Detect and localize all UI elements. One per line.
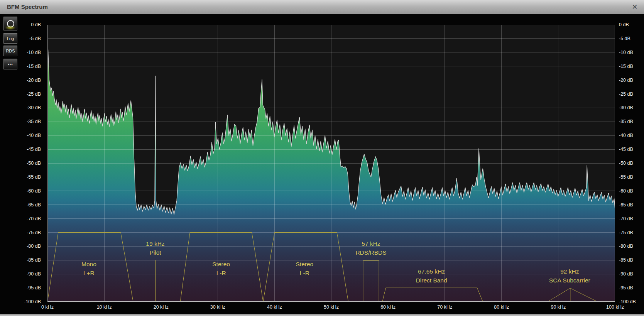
window-bottom-edge: [0, 314, 644, 316]
annotation-label-rds-band: 57 kHz: [362, 240, 380, 247]
x-axis-tick: 0 kHz: [41, 304, 54, 310]
y-axis-tick-left: -45 dB: [3, 147, 41, 152]
y-axis-tick-right: -35 dB: [619, 119, 633, 124]
x-axis-tick: 50 kHz: [324, 304, 339, 310]
y-axis-tick-left: -85 dB: [3, 257, 41, 263]
y-axis-tick-right: -80 dB: [619, 243, 633, 249]
y-axis-tick-left: -50 dB: [3, 161, 41, 166]
annotation-label-stereo-band-1: L-R: [216, 270, 226, 276]
x-axis-tick: 20 kHz: [154, 304, 169, 310]
close-icon[interactable]: ✕: [629, 0, 640, 14]
spectrum-plot: MonoL+R19 kHzPilotStereoL-RStereoL-R57 k…: [47, 25, 615, 302]
more-options-button[interactable]: •••: [3, 59, 17, 69]
y-axis-tick-left: -80 dB: [3, 243, 41, 249]
annotation-label-stereo-band-2: L-R: [300, 270, 309, 276]
y-axis-tick-left: -65 dB: [3, 202, 41, 208]
y-axis-tick-left: -55 dB: [3, 174, 41, 180]
annotation-label-direct-band: 67.65 kHz: [418, 268, 445, 275]
y-axis-tick-left: -35 dB: [3, 119, 41, 124]
scope-indicator-button[interactable]: [3, 17, 17, 30]
y-axis-tick-right: -45 dB: [619, 147, 633, 152]
annotation-label-direct-band: Direct Band: [416, 277, 447, 284]
y-axis-tick-right: -60 dB: [619, 188, 633, 194]
y-axis-tick-right: -95 dB: [619, 285, 633, 291]
y-axis-tick-right: -30 dB: [619, 105, 633, 110]
y-axis-tick-left: -25 dB: [3, 91, 41, 97]
y-axis-tick-right: -55 dB: [619, 174, 633, 180]
annotation-label-stereo-band-1: Stereo: [212, 261, 230, 267]
y-axis-tick-right: -90 dB: [619, 271, 633, 277]
x-axis-tick: 80 kHz: [494, 304, 509, 310]
y-axis-tick-left: -20 dB: [3, 78, 41, 83]
y-axis-tick-left: -60 dB: [3, 188, 41, 194]
y-axis-tick-right: -70 dB: [619, 216, 633, 221]
y-axis-tick-right: -5 dB: [619, 36, 630, 41]
annotation-label-sca-subcarrier: 92 kHz: [560, 268, 579, 275]
annotation-label-mono-band: Mono: [81, 261, 96, 267]
y-axis-tick-right: -50 dB: [619, 161, 633, 166]
window-title: BFM Spectrum: [7, 0, 48, 14]
x-axis-tick: 10 kHz: [97, 304, 112, 310]
x-axis-tick: 70 kHz: [437, 304, 452, 310]
y-axis-tick-left: -70 dB: [3, 216, 41, 221]
x-axis-tick: 40 kHz: [267, 304, 282, 310]
y-axis-tick-left: -40 dB: [3, 133, 41, 138]
x-axis-tick: 60 kHz: [380, 304, 396, 310]
y-axis-tick-right: -40 dB: [619, 133, 633, 138]
x-axis-tick: 90 kHz: [551, 304, 566, 310]
y-axis-tick-left: -30 dB: [3, 105, 41, 110]
annotation-label-pilot: Pilot: [149, 249, 161, 256]
rds-button[interactable]: RDS: [3, 46, 17, 56]
y-axis-tick-right: -25 dB: [619, 91, 633, 97]
x-axis-tick: 100 kHz: [606, 304, 624, 310]
y-axis-tick-right: -75 dB: [619, 230, 633, 235]
y-axis-tick-left: -100 dB: [3, 299, 41, 304]
y-axis-tick-right: -85 dB: [619, 257, 633, 263]
bfm-spectrum-window: BFM Spectrum ✕ Log RDS ••• MonoL+R19 kHz…: [0, 0, 644, 316]
y-axis-tick-left: -95 dB: [3, 285, 41, 291]
annotation-label-mono-band: L+R: [83, 270, 95, 276]
y-axis-tick-right: -15 dB: [619, 64, 633, 69]
annotation-label-stereo-band-2: Stereo: [296, 261, 314, 267]
y-axis-tick-right: -65 dB: [619, 202, 633, 208]
y-axis-tick-right: 0 dB: [619, 22, 629, 27]
x-axis-tick: 30 kHz: [210, 304, 225, 310]
y-axis-tick-right: -20 dB: [619, 78, 633, 83]
y-axis-tick-right: -100 dB: [619, 299, 636, 304]
annotation-label-rds-band: RDS/RBDS: [355, 249, 386, 256]
y-axis-tick-left: -75 dB: [3, 230, 41, 235]
y-axis-tick-right: -10 dB: [619, 50, 633, 55]
y-axis-tick-left: -90 dB: [3, 271, 41, 277]
log-scale-button[interactable]: Log: [3, 33, 17, 44]
titlebar[interactable]: BFM Spectrum ✕: [0, 0, 644, 14]
annotation-label-pilot: 19 kHz: [146, 240, 164, 247]
circle-indicator-icon: [7, 20, 14, 27]
annotation-label-sca-subcarrier: SCA Subcarrier: [549, 277, 590, 284]
